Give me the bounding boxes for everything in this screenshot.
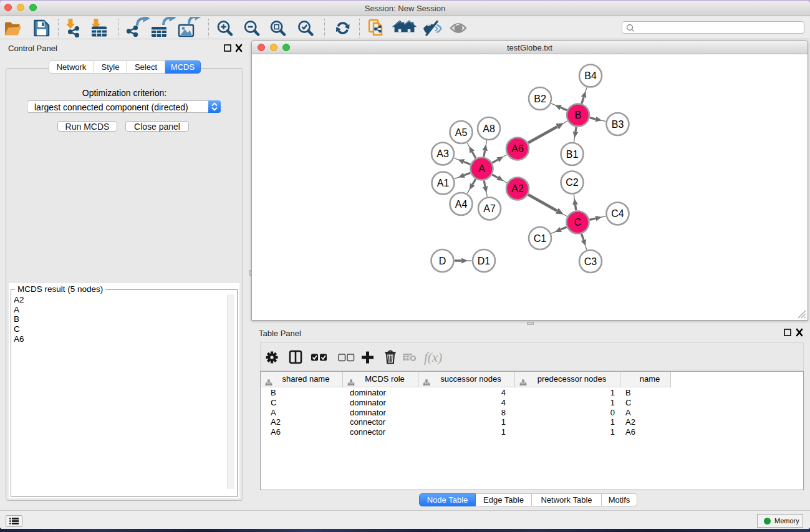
svg-text:A8: A8 xyxy=(483,123,495,134)
svg-text:C4: C4 xyxy=(611,208,624,219)
svg-text:A3: A3 xyxy=(436,148,449,159)
svg-text:A1: A1 xyxy=(437,178,450,188)
svg-text:C1: C1 xyxy=(534,233,547,244)
svg-text:D: D xyxy=(439,256,446,266)
svg-text:f(x): f(x) xyxy=(424,350,442,365)
svg-text:B4: B4 xyxy=(584,70,597,81)
svg-text:C2: C2 xyxy=(566,177,579,188)
svg-text:A6: A6 xyxy=(511,143,524,154)
svg-text:A7: A7 xyxy=(483,203,496,214)
svg-text:D1: D1 xyxy=(478,256,491,266)
svg-text:B3: B3 xyxy=(612,119,624,130)
svg-text:B: B xyxy=(575,110,582,120)
svg-text:A5: A5 xyxy=(455,127,468,138)
svg-text:B1: B1 xyxy=(566,149,579,160)
svg-text:A: A xyxy=(478,163,485,174)
svg-text:A2: A2 xyxy=(511,183,524,194)
svg-text:A4: A4 xyxy=(455,199,468,210)
svg-text:C: C xyxy=(574,217,582,228)
svg-text:C3: C3 xyxy=(584,256,597,267)
svg-text:B2: B2 xyxy=(534,94,546,104)
